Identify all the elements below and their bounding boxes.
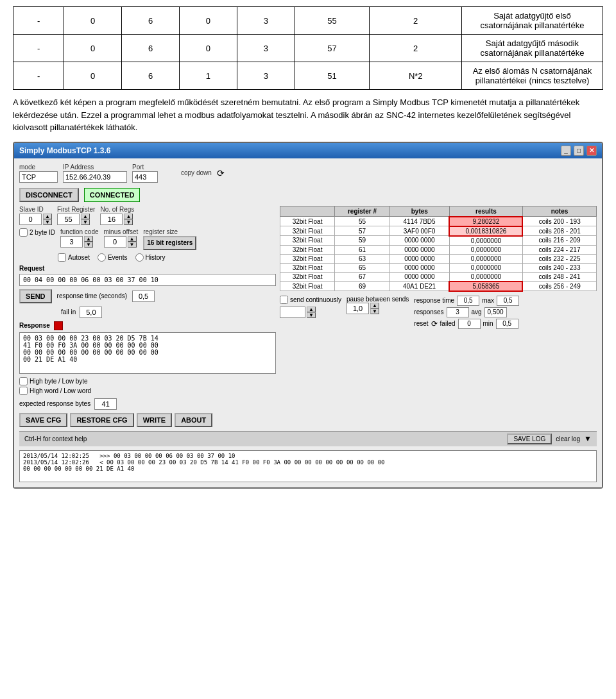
cell-dash1: - [13, 7, 64, 35]
send-cont-up[interactable]: ▲ [307, 307, 316, 312]
reg-number: 63 [335, 254, 390, 263]
high-byte-checkbox[interactable] [19, 377, 28, 385]
maximize-button[interactable]: □ [574, 146, 584, 156]
titlebar-controls: _ □ ✕ [561, 146, 597, 156]
log-area: 2013/05/14 12:02:25 >>> 00 03 00 00 00 0… [19, 450, 597, 482]
min-label: min [483, 320, 493, 327]
slave-id-down[interactable]: ▼ [43, 219, 52, 225]
history-radio[interactable] [135, 253, 144, 262]
reg-notes: coils 216 - 209 [522, 236, 596, 246]
no-of-regs-label: No. of Regs [100, 206, 134, 213]
fail-in-input[interactable] [80, 307, 102, 318]
first-reg-spinner-btns: ▲ ▼ [81, 214, 90, 225]
restore-cfg-button[interactable]: RESTORE CFG [70, 413, 133, 427]
high-byte-label: High byte / Low byte [30, 378, 88, 385]
pause-input[interactable] [346, 303, 369, 314]
no-of-regs-up[interactable]: ▲ [124, 214, 133, 219]
reg-result: 0,0018310826 [449, 226, 522, 236]
reg-bytes: 0000 0000 [389, 254, 449, 263]
high-byte-checkbox-label[interactable]: High byte / Low byte [19, 377, 276, 385]
autoset-checkbox-label[interactable]: Autoset [58, 253, 90, 262]
history-checkbox-label[interactable]: History [135, 253, 166, 262]
cell-2a: 2 [370, 7, 462, 35]
first-reg-input[interactable] [57, 214, 80, 225]
func-code-up[interactable]: ▲ [84, 236, 93, 242]
autoset-label: Autoset [68, 254, 90, 261]
cell-0d: 0 [179, 35, 237, 62]
first-reg-down[interactable]: ▼ [81, 219, 90, 225]
minimize-button[interactable]: _ [561, 146, 571, 156]
avg-input[interactable] [484, 307, 507, 317]
port-input[interactable] [132, 171, 158, 183]
first-reg-up[interactable]: ▲ [81, 214, 90, 219]
cell-0b: 0 [179, 7, 237, 35]
reg-number: 59 [335, 236, 390, 246]
reset-icon[interactable]: ⟳ [431, 319, 438, 328]
register-row: 32bit Float 67 0000 0000 0,0000000 coils… [280, 272, 597, 282]
byte-id-checkbox-label[interactable]: 2 byte ID [19, 228, 55, 237]
left-panel: Slave ID ▲ ▼ First Register [19, 206, 276, 427]
mode-group: mode [19, 164, 58, 183]
max-input[interactable] [497, 296, 519, 306]
disconnect-button[interactable]: DISCONNECT [19, 188, 79, 202]
send-cont-checkbox[interactable] [280, 296, 288, 304]
app-window: Simply ModbusTCP 1.3.6 _ □ ✕ mode IP Add… [13, 142, 603, 489]
no-of-regs-down[interactable]: ▼ [124, 219, 133, 225]
responses-label: responses [414, 308, 443, 316]
send-cont-spinner: ▲ ▼ [280, 307, 341, 318]
func-code-input[interactable] [60, 236, 83, 248]
save-log-button[interactable]: SAVE LOG [507, 434, 552, 444]
no-of-regs-input[interactable] [100, 214, 123, 225]
pause-down[interactable]: ▼ [370, 308, 379, 314]
events-label: Events [108, 254, 128, 261]
expected-bytes-input[interactable] [94, 398, 117, 410]
clear-log-link[interactable]: clear log [556, 435, 580, 442]
minus-offset-up[interactable]: ▲ [128, 236, 137, 242]
save-cfg-button[interactable]: SAVE CFG [19, 413, 67, 427]
send-button[interactable]: SEND [19, 289, 52, 303]
min-input[interactable] [496, 319, 518, 329]
slave-id-group: Slave ID ▲ ▼ [19, 206, 52, 225]
reg-bytes: 0000 0000 [389, 236, 449, 246]
high-word-label: High word / Low word [30, 387, 91, 394]
send-cont-down[interactable]: ▼ [307, 312, 316, 318]
reg-notes: coils 256 - 249 [522, 282, 596, 291]
minus-offset-input[interactable] [104, 236, 126, 248]
reg-table-header-notes: notes [522, 206, 596, 217]
events-checkbox-label[interactable]: Events [98, 253, 128, 262]
slave-id-up[interactable]: ▲ [43, 214, 52, 219]
send-cont-input[interactable] [280, 307, 305, 318]
failed-input[interactable] [458, 319, 481, 329]
byte-id-checkbox[interactable] [19, 228, 28, 237]
high-word-checkbox[interactable] [19, 387, 28, 395]
ip-input[interactable] [63, 171, 127, 183]
slave-id-input[interactable] [19, 214, 42, 225]
reg-notes: coils 208 - 201 [522, 226, 596, 236]
responses-input[interactable] [447, 307, 469, 317]
about-button[interactable]: ABOUT [175, 413, 212, 427]
autoset-checkbox[interactable] [58, 253, 66, 262]
reg-number: 61 [335, 245, 390, 254]
table-row: - 0 6 0 3 57 2 Saját adatgyűjtő második … [13, 35, 603, 62]
reg-notes: coils 240 - 233 [522, 263, 596, 272]
pause-up[interactable]: ▲ [370, 303, 379, 308]
first-reg-spinner: ▲ ▼ [57, 214, 95, 225]
cell-2b: 2 [370, 35, 462, 62]
mode-input[interactable] [19, 171, 58, 183]
resp-time-input[interactable] [457, 296, 479, 306]
reg-type: 32bit Float [280, 217, 335, 226]
write-button[interactable]: WRITE [137, 413, 172, 427]
ip-group: IP Address [63, 164, 127, 183]
reg-size-button[interactable]: 16 bit registers [143, 236, 196, 250]
func-code-down[interactable]: ▼ [84, 242, 93, 248]
close-button[interactable]: ✕ [586, 146, 597, 156]
cell-desc1: Saját adatgyűjtő első csatornájának pill… [462, 7, 603, 35]
pause-spinner-btns: ▲ ▼ [370, 303, 379, 314]
events-radio[interactable] [98, 253, 106, 262]
high-word-checkbox-label[interactable]: High word / Low word [19, 387, 276, 395]
response-time-input[interactable] [132, 291, 155, 302]
send-cont-checkbox-label[interactable]: send continuously [280, 296, 341, 304]
reg-bytes: 4114 7BD5 [389, 217, 449, 226]
minus-offset-down[interactable]: ▼ [128, 242, 137, 248]
max-label: max [482, 297, 494, 304]
